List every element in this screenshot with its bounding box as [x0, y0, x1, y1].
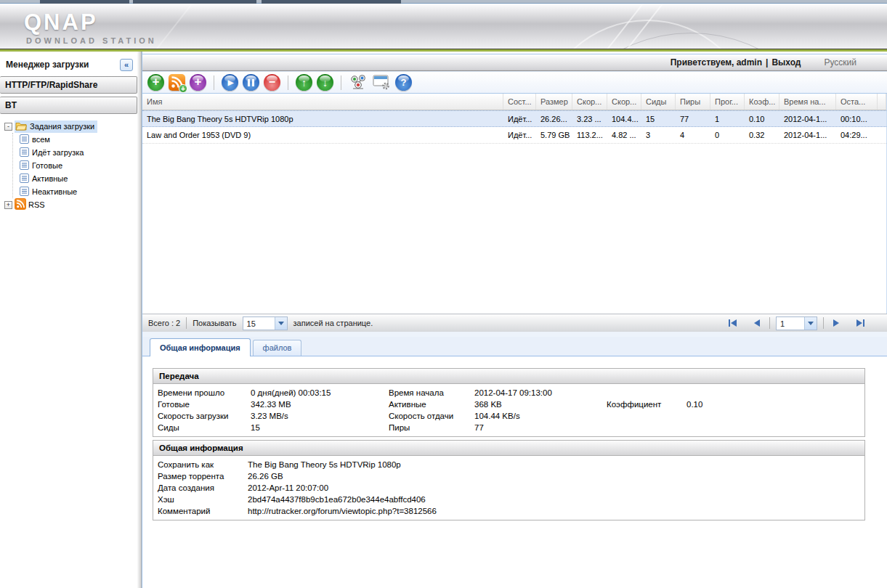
field-label — [607, 387, 686, 399]
cell-name: Law and Order 1953 (DVD 9) — [142, 131, 503, 139]
remove-task-button[interactable]: − — [264, 74, 280, 91]
tree-node-all[interactable]: всем — [17, 133, 136, 146]
task-list-icon — [20, 160, 29, 171]
cell-size: 5.79 GB — [536, 131, 572, 139]
page-size-label: Показывать — [193, 319, 236, 327]
tab-general-info[interactable]: Общая информация — [150, 338, 251, 356]
cell-down-speed: 3.23 ... — [572, 115, 607, 123]
general-info-group: Общая информация Сохранить как The Big B… — [153, 440, 865, 520]
column-header-state[interactable]: Сост... — [503, 94, 536, 110]
cell-up-speed: 4.82 ... — [607, 131, 641, 139]
transfer-group-body: Времени прошло 0 дня(дней) 00:03:15 Врем… — [153, 384, 864, 436]
column-header-name[interactable]: Имя — [142, 94, 503, 110]
field-value: 0.10 — [686, 399, 864, 410]
cell-eta: 04:29... — [836, 131, 878, 139]
section-bt[interactable]: BT — [0, 97, 137, 114]
next-page-button[interactable] — [830, 316, 843, 330]
current-page-value: 1 — [777, 317, 804, 330]
combo-trigger[interactable] — [275, 317, 287, 330]
tree-node-inactive[interactable]: Неактивные — [17, 185, 136, 198]
transfer-row: Готовые 342.33 MB Активные 368 KB Коэффи… — [153, 399, 864, 410]
collapse-icon: « — [124, 60, 129, 69]
tab-files[interactable]: файлов — [253, 340, 302, 356]
column-header-progress[interactable]: Прог... — [710, 94, 745, 110]
qnap-download-station-screen: QNAP DOWNLOAD STATION Менеджер загрузки … — [0, 0, 887, 588]
logout-link[interactable]: Выход — [771, 57, 801, 68]
tree-node-downloading[interactable]: Идёт загрузка — [17, 146, 136, 159]
minus-icon: − — [269, 76, 275, 88]
folder-icon — [15, 121, 27, 132]
cell-down-speed: 113.2... — [572, 131, 607, 139]
priority-up-button[interactable]: ↑ — [296, 74, 312, 91]
add-torrent-button[interactable]: + — [190, 74, 206, 91]
info-row: Комментарий http://rutracker.org/forum/v… — [153, 505, 864, 517]
start-task-button[interactable]: ▶ — [222, 74, 238, 91]
cell-seeds: 15 — [641, 115, 676, 123]
language-selector[interactable]: Русский — [824, 57, 856, 68]
chevron-down-icon — [808, 322, 814, 325]
prev-page-icon — [754, 319, 760, 327]
cell-name: The Big Bang Theory 5s HDTVRip 1080p — [142, 115, 503, 123]
table-row[interactable]: Law and Order 1953 (DVD 9) Идёт... 5.79 … — [142, 127, 886, 144]
column-header-size[interactable]: Размер — [536, 94, 572, 110]
current-page-select[interactable]: 1 — [776, 317, 817, 330]
paging-toolbar: Всего : 2 Показывать 15 записей на стран… — [142, 314, 887, 332]
column-header-peers[interactable]: Пиры — [676, 94, 710, 110]
add-rss-feed-button[interactable]: + — [169, 74, 185, 91]
paging-separator — [769, 317, 770, 329]
play-icon: ▶ — [228, 79, 234, 86]
cell-progress: 1 — [710, 115, 745, 123]
settings-icon — [373, 75, 391, 90]
section-http-ftp-rapidshare[interactable]: HTTP/FTP/RapidShare — [0, 76, 137, 94]
field-label: Времени прошло — [158, 387, 251, 399]
tree-children: всем Идёт загрузка Готовые — [12, 133, 136, 198]
add-download-button[interactable]: + — [147, 74, 164, 91]
help-button[interactable]: ? — [395, 74, 412, 91]
rss-icon — [15, 198, 26, 211]
settings-button[interactable] — [372, 73, 391, 91]
combo-trigger[interactable] — [804, 317, 817, 330]
app-subtitle: DOWNLOAD STATION — [26, 36, 157, 45]
field-value: 2012-04-17 09:13:00 — [474, 387, 607, 399]
plus-badge-icon: + — [179, 84, 187, 93]
field-value: 3.23 MB/s — [251, 410, 389, 422]
cell-start-time: 2012-04-1... — [779, 115, 836, 123]
tree-node-download-tasks[interactable]: - Задания загрузки — [4, 120, 136, 133]
priority-down-button[interactable]: ↓ — [317, 74, 333, 91]
field-value: http://rutracker.org/forum/viewtopic.php… — [248, 505, 864, 517]
column-header-seeds[interactable]: Сиды — [641, 94, 676, 110]
cell-state: Идёт... — [503, 131, 536, 139]
column-header-ratio[interactable]: Коэф... — [745, 94, 779, 110]
prev-page-button[interactable] — [750, 316, 764, 330]
welcome-separator: | — [766, 57, 768, 68]
peers-connections-button[interactable] — [349, 73, 368, 91]
info-row: Сохранить как The Big Bang Theory 5s HDT… — [153, 459, 864, 470]
column-header-down-speed[interactable]: Скор... — [572, 94, 607, 110]
sidebar-collapse-button[interactable]: « — [120, 59, 133, 71]
column-header-up-speed[interactable]: Скор... — [607, 94, 641, 110]
page-size-select[interactable]: 15 — [243, 317, 288, 330]
tree-expand-icon[interactable]: + — [4, 201, 12, 209]
field-label: Активные — [389, 399, 474, 410]
tree-node-active[interactable]: Активные — [17, 172, 136, 185]
field-value: The Big Bang Theory 5s HDTVRip 1080p — [248, 459, 864, 470]
bt-tree: - Задания загрузки всем — [0, 114, 137, 211]
column-header-start-time[interactable]: Время на... — [779, 94, 836, 110]
task-list-icon — [20, 147, 29, 158]
pause-task-button[interactable] — [243, 74, 259, 91]
tree-node-rss[interactable]: + RSS — [4, 198, 136, 211]
field-value: 0 дня(дней) 00:03:15 — [251, 387, 389, 399]
task-list-icon — [20, 173, 29, 184]
tree-node-completed[interactable]: Готовые — [17, 159, 136, 172]
first-page-button[interactable] — [725, 316, 740, 330]
download-tasks-grid: Имя Сост... Размер Скор... Скор... Сиды … — [142, 94, 887, 314]
field-label: Время начала — [389, 387, 474, 399]
tree-node-label: Готовые — [32, 161, 62, 170]
field-label: Дата создания — [158, 482, 248, 494]
tree-collapse-icon[interactable]: - — [4, 123, 12, 131]
pause-icon — [248, 79, 254, 86]
last-page-button[interactable] — [853, 316, 868, 330]
sidebar: Менеджер загрузки « HTTP/FTP/RapidShare … — [0, 52, 137, 588]
table-row[interactable]: The Big Bang Theory 5s HDTVRip 1080p Идё… — [142, 110, 886, 127]
column-header-eta[interactable]: Оста... — [836, 94, 878, 110]
